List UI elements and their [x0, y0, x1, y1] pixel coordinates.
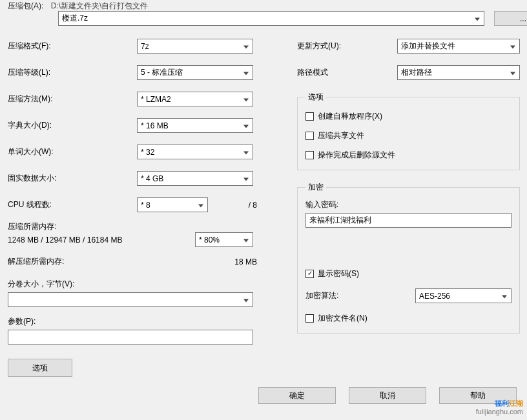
update-select[interactable]: 添加并替换文件: [397, 39, 520, 54]
threads-value: * 8: [141, 201, 150, 210]
show-pwd-label: 显示密码(S): [318, 268, 359, 279]
archive-label: 压缩包(A):: [8, 1, 43, 12]
shared-checkbox[interactable]: [305, 132, 314, 140]
method-label: 压缩方法(M):: [8, 94, 137, 105]
dict-select[interactable]: * 16 MB: [137, 118, 253, 133]
pathmode-label: 路径模式: [297, 67, 397, 78]
mem-decompress-label: 解压缩所需内存:: [8, 256, 195, 267]
left-column: 压缩格式(F): 7z 压缩等级(L): 5 - 标准压缩 压缩方法(M): *…: [8, 39, 260, 377]
shared-label: 压缩共享文件: [318, 130, 364, 141]
algo-value: AES-256: [419, 292, 450, 301]
update-label: 更新方式(U):: [297, 41, 397, 52]
delete-label: 操作完成后删除源文件: [318, 150, 395, 161]
threads-total: / 8: [208, 201, 260, 210]
options-fieldset: 选项 创建自释放程序(X) 压缩共享文件 操作完成后删除源文件: [297, 92, 520, 170]
dict-value: * 16 MB: [141, 121, 169, 130]
update-value: 添加并替换文件: [401, 41, 455, 52]
algo-select[interactable]: AES-256: [415, 288, 512, 303]
encrypt-legend: 加密: [305, 182, 326, 193]
encrypt-names-checkbox[interactable]: [305, 314, 314, 323]
solid-label: 固实数据大小:: [8, 173, 137, 184]
params-input[interactable]: [8, 330, 253, 345]
right-column: 更新方式(U): 添加并替换文件 路径模式 相对路径 选项 创建自释放程序(X)…: [297, 39, 520, 334]
format-label: 压缩格式(F):: [8, 41, 137, 52]
options-legend: 选项: [305, 92, 326, 103]
word-select[interactable]: * 32: [137, 145, 253, 159]
format-select[interactable]: 7z: [137, 39, 253, 54]
dict-label: 字典大小(D):: [8, 120, 137, 131]
word-label: 单词大小(W):: [8, 146, 137, 157]
password-input[interactable]: 来福利江湖找福利: [305, 213, 512, 228]
show-pwd-checkbox[interactable]: ✓: [305, 270, 314, 278]
delete-checkbox[interactable]: [305, 151, 314, 159]
mem-compress-select[interactable]: * 80%: [195, 232, 253, 247]
pathmode-value: 相对路径: [401, 67, 432, 78]
help-label: 帮助: [470, 390, 486, 401]
pathmode-select[interactable]: 相对路径: [397, 65, 520, 80]
ok-label: 确定: [289, 390, 305, 401]
cancel-label: 取消: [380, 390, 395, 401]
solid-select[interactable]: * 4 GB: [137, 171, 253, 186]
help-button[interactable]: 帮助: [439, 387, 517, 404]
ok-button[interactable]: 确定: [258, 387, 336, 404]
mem-compress-label: 压缩所需内存:: [8, 221, 137, 232]
level-value: 5 - 标准压缩: [141, 67, 183, 78]
archive-path: 楼道.7z: [62, 13, 88, 24]
archive-path-select[interactable]: 楼道.7z: [58, 11, 484, 26]
cancel-button[interactable]: 取消: [349, 387, 426, 404]
mem-decompress-value: 18 MB: [195, 257, 260, 266]
password-value: 来福利江湖找福利: [309, 215, 371, 226]
sfx-label: 创建自释放程序(X): [318, 111, 382, 122]
method-select[interactable]: * LZMA2: [137, 92, 253, 106]
check-icon: ✓: [307, 270, 313, 277]
volume-label: 分卷大小，字节(V):: [8, 279, 260, 290]
options-button[interactable]: 选项: [8, 359, 72, 377]
encrypt-fieldset: 加密 输入密码: 来福利江湖找福利 ✓ 显示密码(S) 加密算法: AES-25…: [297, 182, 520, 334]
method-value: * LZMA2: [141, 95, 171, 104]
mem-compress-info: 1248 MB / 12947 MB / 16184 MB: [8, 235, 195, 245]
algo-label: 加密算法:: [305, 290, 415, 301]
encrypt-names-label: 加密文件名(N): [318, 313, 367, 324]
level-label: 压缩等级(L):: [8, 67, 137, 78]
mem-compress-pct: * 80%: [199, 235, 220, 245]
word-value: * 32: [141, 148, 154, 157]
format-value: 7z: [141, 42, 149, 51]
threads-select[interactable]: * 8: [137, 197, 208, 212]
threads-label: CPU 线程数:: [8, 199, 137, 210]
level-select[interactable]: 5 - 标准压缩: [137, 65, 253, 80]
browse-label: ...: [520, 14, 526, 23]
browse-button[interactable]: ...: [494, 11, 527, 26]
sfx-checkbox[interactable]: [305, 112, 314, 121]
solid-value: * 4 GB: [141, 174, 163, 183]
params-label: 参数(P):: [8, 316, 260, 327]
enter-pwd-label: 输入密码:: [305, 199, 512, 210]
options-button-label: 选项: [32, 363, 48, 374]
archive-top-note: D:\新建文件夹\自行打包文件: [51, 1, 149, 10]
volume-select[interactable]: [8, 292, 253, 307]
